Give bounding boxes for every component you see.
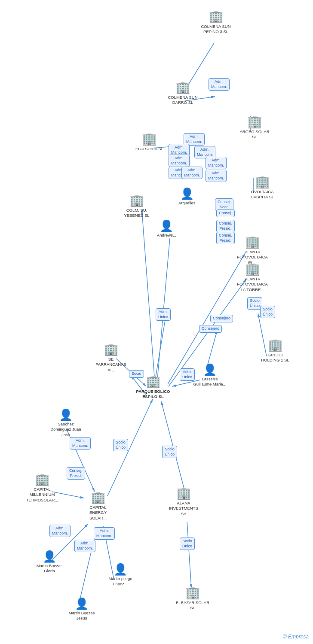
badge-socio: Socio <box>129 370 144 378</box>
label-ovoltaica-cabrita: OVOLTAICA CABRITA SL <box>245 189 279 200</box>
building-icon-capital-energy: 🏢 <box>90 489 106 505</box>
badge-adm-mancom-11: Adm.Mancom. <box>49 525 71 537</box>
label-colmena-sun-pepino3: COLMENA SUN PEPINO 3 SL <box>199 24 233 35</box>
building-icon-planta-el: 🏢 <box>245 234 260 249</box>
building-icon-argeo-solar: 🏢 <box>247 114 262 129</box>
badge-consejero-2: Consejero <box>199 325 222 333</box>
node-argeo-solar: 🏢 ARGEO SOLAR SL <box>237 114 272 140</box>
label-martinpliego-lopez: Martin-pliego Lopez... <box>103 576 138 587</box>
label-andrews: Andrews... <box>157 233 176 238</box>
badge-adm-mancom-13: Adm.Mancom. <box>74 540 95 552</box>
badge-adm-unico-2: Adm.Único <box>180 368 195 381</box>
node-andrews: 👤 Andrews... <box>157 219 176 238</box>
node-martinpliego-lopez: 👤 Martin-pliego Lopez... <box>103 562 138 587</box>
building-icon-colmena-pepino3: 🏢 <box>208 9 224 24</box>
person-icon-sanchez: 👤 <box>59 408 73 422</box>
building-icon-ega-suria: 🏢 <box>141 131 157 146</box>
person-icon-jesus: 👤 <box>75 597 89 611</box>
node-greco-holding: 🏢 GRECO HOLDING 1 SL <box>258 337 292 363</box>
node-colmena-yebenes: 🏢 COLM. SU. YEBENES SL <box>120 192 154 219</box>
node-alana-investments: 🏢 ALANA INVESTMENTS SA <box>166 485 201 516</box>
building-icon-ovoltaica: 🏢 <box>255 174 270 189</box>
badge-adm-mancom-4: Adm.Mancom. <box>169 155 190 167</box>
svg-line-6 <box>142 210 155 382</box>
badge-consej-presid-3: Consej.Presid. <box>67 467 85 480</box>
label-lasserre: Lasserre Guillaume Marie... <box>193 377 227 387</box>
building-icon-colmena-yebenes: 🏢 <box>129 192 144 208</box>
graph-container: 🏢 COLMENA SUN PEPINO 3 SL 🏢 COLMENA SUN … <box>0 0 313 644</box>
node-sanchez-dominguez: 👤 Sanchez Dominguez Juan Jose <box>49 408 83 437</box>
badge-adm-mancom-8: Adm.Mancom. <box>206 157 227 169</box>
building-icon-capital-millennium: 🏢 <box>34 471 50 487</box>
node-capital-energy: 🏢 CAPITAL ENERGY SOLAR... <box>81 489 115 521</box>
node-ovoltaica-cabrita: 🏢 OVOLTAICA CABRITA SL <box>245 174 279 200</box>
person-icon-andrews: 👤 <box>160 219 173 233</box>
badge-consej-secr: Consej.Secr. <box>215 198 233 211</box>
label-sanchez-dominguez: Sanchez Dominguez Juan Jose <box>49 422 83 437</box>
badge-consej-presid-1: Consej.Presid. <box>216 220 235 232</box>
node-capital-millennium: 🏢 CAPITAL MILLENNIUM TERMOSOLAR... <box>25 471 59 503</box>
node-martin-buezas-jesus: 👤 Martin Buezas Jesus <box>64 597 99 621</box>
building-icon-greco: 🏢 <box>267 337 283 352</box>
person-icon-martinpliego: 👤 <box>114 562 127 576</box>
label-capital-millennium: CAPITAL MILLENNIUM TERMOSOLAR... <box>25 487 59 503</box>
badge-adm-mancom-10: Adm.Mancom. <box>70 437 91 450</box>
building-icon-parrancanas: 🏢 <box>103 341 119 357</box>
label-se-parrancanas: SE PARRANCANAS AIE <box>94 357 128 373</box>
person-icon-lasserre: 👤 <box>203 363 217 377</box>
person-icon-gloria: 👤 <box>43 550 56 563</box>
node-lasserre: 👤 Lasserre Guillaume Marie... <box>193 363 227 387</box>
badge-socio-unico-5: SocioÚnico <box>180 538 195 550</box>
node-arguelles: 👤 Arguelles <box>178 187 196 206</box>
watermark: © Empresa <box>283 634 309 640</box>
badge-consej-1: Consej. <box>216 210 235 217</box>
badge-adm-mancom-1: Adm.Mancom. <box>209 78 230 91</box>
node-colmena-sun-pepino3: 🏢 COLMENA SUN PEPINO 3 SL <box>199 9 233 35</box>
label-alana-investments: ALANA INVESTMENTS SA <box>166 501 201 516</box>
label-martin-buezas-jesus: Martin Buezas Jesus <box>64 611 99 621</box>
badge-consej-presid-2: Consej.Presid. <box>216 232 235 244</box>
badge-adm-mancom-12: Adm.Mancom. <box>94 527 115 540</box>
label-argeo-solar: ARGEO SOLAR SL <box>237 129 272 140</box>
badge-adm-mancom-9: Adm.Mancom. <box>206 170 227 182</box>
badge-adm-unico-1: Adm.Único <box>156 308 171 321</box>
label-ega-suria: EGA SURIA SL <box>135 146 163 152</box>
badge-adm-mancom-6: Adm.Mancom. <box>181 167 203 179</box>
badge-socio-unico-4: SocioÚnico <box>162 446 177 458</box>
label-martin-buezas-gloria: Martin Buezas Gloria <box>32 563 67 574</box>
building-icon-parque-eolico: 🏢 <box>145 374 161 389</box>
label-capital-energy: CAPITAL ENERGY SOLAR... <box>81 505 115 521</box>
building-icon-eleazar: 🏢 <box>185 585 200 600</box>
badge-socio-unico-2: SocioÚnico <box>260 306 275 318</box>
person-icon-arguelles: 👤 <box>180 187 194 200</box>
node-ega-suria: 🏢 EGA SURIA SL <box>135 131 163 152</box>
node-planta-fotovoltaica-torre: 🏢 PLANTA FOTOVOLTAICA LA TORRE... <box>235 261 270 292</box>
building-icon-planta-torre: 🏢 <box>245 261 260 276</box>
label-arguelles: Arguelles <box>178 200 196 206</box>
badge-consejero-1: Consejero <box>210 315 233 322</box>
node-colmena-sun-darro: 🏢 COLMENA SUN DARRO SL <box>166 79 200 106</box>
connections-svg <box>0 0 313 644</box>
building-icon-colmena-darro: 🏢 <box>175 79 190 95</box>
label-planta-fotovoltaica-torre: PLANTA FOTOVOLTAICA LA TORRE... <box>235 276 270 292</box>
label-colmena-sun-darro: COLMENA SUN DARRO SL <box>166 95 200 106</box>
label-colmena-yebenes: COLM. SU. YEBENES SL <box>120 208 154 219</box>
svg-line-18 <box>187 522 191 588</box>
building-icon-alana: 🏢 <box>176 485 191 501</box>
label-greco-holding: GRECO HOLDING 1 SL <box>258 352 292 363</box>
label-parque-eolico: PARQUE EOLICO ESPILO SL <box>136 389 170 400</box>
label-eleazar-solar: ELEAZAR SOLAR SL <box>175 600 210 611</box>
badge-socio-unico-3: SocioÚnico <box>113 439 128 451</box>
node-martin-buezas-gloria: 👤 Martin Buezas Gloria <box>32 550 67 574</box>
node-eleazar-solar: 🏢 ELEAZAR SOLAR SL <box>175 585 210 611</box>
node-se-parrancanas: 🏢 SE PARRANCANAS AIE <box>94 341 128 373</box>
svg-line-9 <box>155 318 166 382</box>
